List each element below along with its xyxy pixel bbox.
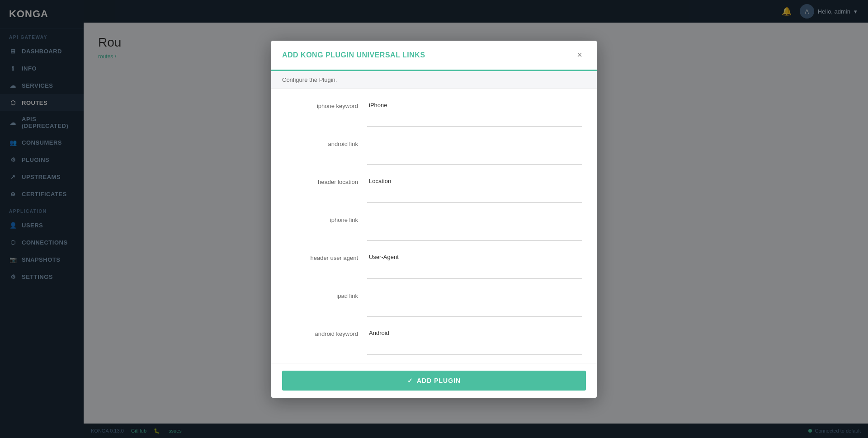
modal-title: ADD KONG PLUGIN UNIVERSAL LINKS: [282, 51, 425, 59]
field-iphone-keyword-input: iPhone: [367, 100, 582, 129]
header-location-textarea[interactable]: Location: [367, 176, 582, 203]
label-iphone-link: iphone link: [286, 214, 358, 223]
field-header-location-input: Location: [367, 176, 582, 205]
iphone-keyword-textarea[interactable]: iPhone: [367, 100, 582, 127]
label-iphone-keyword: iphone keyword: [286, 100, 358, 109]
field-android-link: android link: [286, 138, 582, 167]
field-iphone-link: iphone link: [286, 214, 582, 243]
label-ipad-link: ipad link: [286, 290, 358, 299]
add-plugin-button[interactable]: ✓ ADD PLUGIN: [282, 371, 586, 391]
field-android-link-input: [367, 138, 582, 167]
android-link-textarea[interactable]: [367, 138, 582, 165]
field-header-user-agent: header user agent User-Agent: [286, 252, 582, 281]
modal-overlay[interactable]: ADD KONG PLUGIN UNIVERSAL LINKS × Config…: [0, 0, 868, 438]
field-android-keyword: android keyword Android: [286, 328, 582, 357]
modal-footer: ✓ ADD PLUGIN: [271, 363, 597, 398]
field-iphone-keyword: iphone keyword iPhone: [286, 100, 582, 129]
field-header-user-agent-input: User-Agent: [367, 252, 582, 281]
ipad-link-textarea[interactable]: [367, 290, 582, 317]
modal-close-button[interactable]: ×: [573, 49, 586, 61]
modal: ADD KONG PLUGIN UNIVERSAL LINKS × Config…: [271, 41, 597, 398]
header-user-agent-textarea[interactable]: User-Agent: [367, 252, 582, 279]
label-android-keyword: android keyword: [286, 328, 358, 337]
add-plugin-label: ADD PLUGIN: [417, 377, 461, 384]
modal-subheader: Configure the Plugin.: [271, 71, 597, 89]
label-header-location: header location: [286, 176, 358, 185]
checkmark-icon: ✓: [407, 377, 413, 384]
field-header-location: header location Location: [286, 176, 582, 205]
label-header-user-agent: header user agent: [286, 252, 358, 261]
modal-body: iphone keyword iPhone android link heade…: [271, 89, 597, 363]
android-keyword-textarea[interactable]: Android: [367, 328, 582, 355]
modal-header: ADD KONG PLUGIN UNIVERSAL LINKS ×: [271, 41, 597, 71]
iphone-link-textarea[interactable]: [367, 214, 582, 241]
field-iphone-link-input: [367, 214, 582, 243]
label-android-link: android link: [286, 138, 358, 147]
field-ipad-link-input: [367, 290, 582, 319]
field-ipad-link: ipad link: [286, 290, 582, 319]
field-android-keyword-input: Android: [367, 328, 582, 357]
